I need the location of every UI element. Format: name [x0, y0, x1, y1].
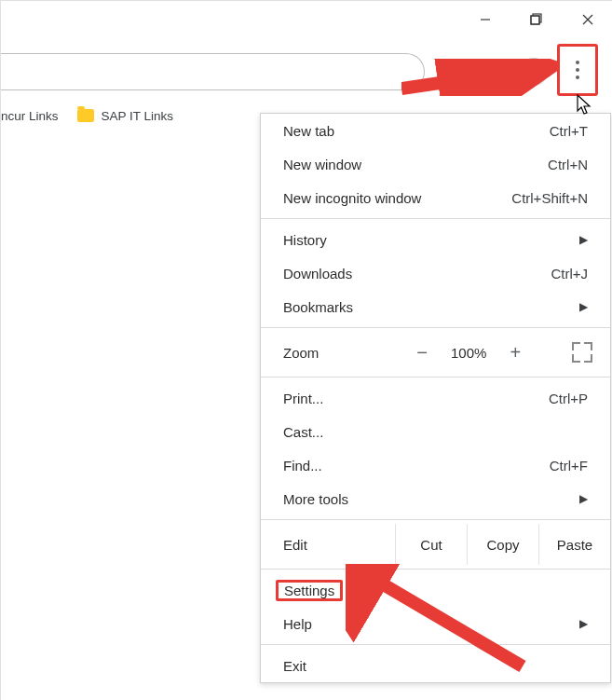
- menu-separator: [261, 377, 610, 377]
- profile-avatar[interactable]: [522, 60, 546, 84]
- menu-separator: [261, 569, 610, 570]
- maximize-button[interactable]: [510, 1, 562, 38]
- menu-item-more-tools[interactable]: More tools ▶: [261, 482, 610, 515]
- copy-button[interactable]: Copy: [467, 524, 538, 565]
- chevron-right-icon: ▶: [579, 233, 588, 246]
- menu-shortcut: Ctrl+Shift+N: [511, 190, 588, 206]
- zoom-out-button[interactable]: −: [414, 343, 430, 362]
- chevron-right-icon: ▶: [579, 617, 588, 630]
- bookmark-star-icon[interactable]: [437, 62, 457, 82]
- menu-item-edit-row: Edit Cut Copy Paste: [261, 524, 610, 565]
- chevron-right-icon: ▶: [579, 300, 588, 313]
- menu-label: Exit: [283, 658, 588, 674]
- more-menu-button[interactable]: [557, 44, 598, 96]
- menu-separator: [261, 519, 610, 520]
- menu-shortcut: Ctrl+F: [550, 458, 588, 474]
- menu-label: Edit: [261, 537, 395, 553]
- bookmark-label: SAP IT Links: [102, 109, 174, 123]
- url-bar: G off: [1, 53, 612, 90]
- menu-label: Find...: [283, 458, 550, 474]
- menu-label: New incognito window: [283, 190, 511, 206]
- menu-label: History: [283, 232, 572, 248]
- menu-item-downloads[interactable]: Downloads Ctrl+J: [261, 256, 610, 290]
- extension-icon[interactable]: G: [472, 62, 493, 82]
- zoom-value: 100%: [451, 345, 486, 361]
- highlight-annotation: Settings: [276, 580, 343, 601]
- svg-rect-2: [531, 16, 539, 24]
- menu-label: Help: [283, 616, 572, 632]
- bookmark-folder[interactable]: ncur Links: [1, 109, 59, 123]
- menu-separator: [261, 327, 610, 328]
- close-button[interactable]: [562, 1, 612, 38]
- menu-item-incognito[interactable]: New incognito window Ctrl+Shift+N: [261, 181, 610, 214]
- menu-label: Print...: [283, 391, 549, 406]
- menu-label: Bookmarks: [283, 299, 572, 315]
- menu-item-settings[interactable]: Settings: [261, 573, 610, 607]
- folder-icon: [77, 109, 94, 122]
- omnibox[interactable]: [1, 53, 425, 90]
- menu-item-new-tab[interactable]: New tab Ctrl+T: [261, 114, 610, 147]
- menu-shortcut: Ctrl+T: [550, 123, 588, 139]
- browser-window: G off ncur Links SAP IT Links New tab Ct…: [0, 0, 612, 700]
- title-bar: [459, 1, 612, 38]
- menu-shortcut: Ctrl+P: [549, 391, 588, 406]
- menu-item-find[interactable]: Find... Ctrl+F: [261, 448, 610, 482]
- menu-item-help[interactable]: Help ▶: [261, 607, 610, 640]
- menu-label: Cast...: [283, 424, 588, 440]
- menu-item-bookmarks[interactable]: Bookmarks ▶: [261, 290, 610, 323]
- menu-item-cast[interactable]: Cast...: [261, 415, 610, 448]
- off-badge: off: [491, 75, 509, 88]
- menu-item-history[interactable]: History ▶: [261, 223, 610, 256]
- chrome-main-menu: New tab Ctrl+T New window Ctrl+N New inc…: [260, 113, 611, 683]
- bookmark-label: ncur Links: [1, 109, 59, 123]
- menu-item-exit[interactable]: Exit: [261, 649, 610, 682]
- menu-item-zoom: Zoom − 100% +: [261, 332, 610, 373]
- menu-label: Downloads: [283, 266, 551, 281]
- menu-separator: [261, 218, 610, 219]
- cut-button[interactable]: Cut: [395, 524, 467, 565]
- zoom-in-button[interactable]: +: [507, 343, 524, 362]
- menu-label: Zoom: [261, 345, 414, 361]
- menu-separator: [261, 644, 610, 645]
- chevron-right-icon: ▶: [579, 492, 588, 505]
- menu-shortcut: Ctrl+N: [548, 157, 588, 172]
- fullscreen-button[interactable]: [572, 342, 592, 363]
- menu-label: More tools: [283, 491, 572, 507]
- menu-label: New tab: [283, 123, 550, 139]
- svg-marker-6: [439, 63, 456, 79]
- bookmark-folder[interactable]: SAP IT Links: [77, 109, 174, 123]
- menu-label: Settings: [284, 583, 334, 598]
- menu-item-print[interactable]: Print... Ctrl+P: [261, 381, 610, 415]
- minimize-button[interactable]: [459, 1, 510, 38]
- menu-shortcut: Ctrl+J: [551, 266, 588, 281]
- menu-label: New window: [283, 157, 548, 172]
- menu-item-new-window[interactable]: New window Ctrl+N: [261, 147, 610, 181]
- paste-button[interactable]: Paste: [538, 524, 610, 565]
